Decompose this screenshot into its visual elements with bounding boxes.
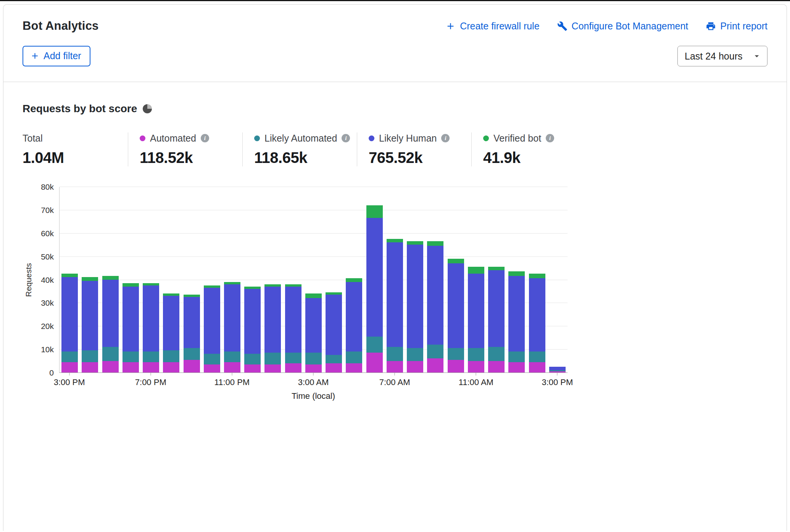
bar-segment-verified-bot xyxy=(366,205,383,218)
bar[interactable] xyxy=(82,277,98,372)
stat-value: 118.52k xyxy=(140,149,242,166)
bar-segment-likely-automated xyxy=(366,337,383,353)
bar-segment-likely-human xyxy=(285,287,301,353)
x-tick-mark xyxy=(557,373,558,376)
bars xyxy=(60,187,568,372)
y-tick-label: 30k xyxy=(41,298,54,308)
printer-icon xyxy=(706,21,716,31)
requests-by-bot-score-chart: Requests 010k20k30k40k50k60k70k80k 3:00 … xyxy=(23,187,767,401)
stat-label: Likely Human xyxy=(379,133,437,144)
bar[interactable] xyxy=(468,267,484,372)
y-axis-labels: 010k20k30k40k50k60k70k80k xyxy=(35,187,59,373)
y-tick-label: 60k xyxy=(41,229,54,238)
x-tick-label: 11:00 PM xyxy=(214,377,250,387)
section-heading: Requests by bot score xyxy=(23,103,767,115)
bar-segment-automated xyxy=(387,361,403,372)
bar[interactable] xyxy=(508,271,525,372)
bar-segment-likely-human xyxy=(163,296,179,350)
legend-dot-likely-automated xyxy=(254,135,260,141)
bar[interactable] xyxy=(346,278,362,372)
bar-segment-automated xyxy=(224,362,240,372)
bar[interactable] xyxy=(529,274,545,372)
y-axis-title: Requests xyxy=(23,187,35,373)
x-tick-label: 3:00 AM xyxy=(298,377,329,387)
bar-segment-automated xyxy=(468,361,484,372)
bar[interactable] xyxy=(61,274,78,372)
create-firewall-rule-link[interactable]: Create firewall rule xyxy=(445,21,539,32)
bar[interactable] xyxy=(264,284,281,372)
add-filter-button[interactable]: Add filter xyxy=(23,46,90,66)
bar-segment-likely-human xyxy=(123,287,139,351)
action-label: Print report xyxy=(720,21,767,32)
bar-segment-likely-automated xyxy=(529,351,545,362)
bar-segment-automated xyxy=(529,362,545,372)
bar[interactable] xyxy=(448,259,464,372)
bar-segment-verified-bot xyxy=(468,267,484,274)
bar-segment-verified-bot xyxy=(508,271,525,276)
print-report-link[interactable]: Print report xyxy=(706,21,767,32)
bar-segment-automated xyxy=(244,364,261,372)
bar-segment-automated xyxy=(264,364,281,372)
bar[interactable] xyxy=(407,241,423,372)
info-icon[interactable] xyxy=(546,134,554,142)
stats-row: Total 1.04M Automated 118.52k Likely Aut… xyxy=(23,132,767,166)
bar-segment-likely-human xyxy=(508,276,525,351)
stat-value: 41.9k xyxy=(483,149,586,166)
bar-segment-likely-automated xyxy=(224,351,240,362)
info-icon[interactable] xyxy=(201,134,209,142)
bar-segment-likely-human xyxy=(468,274,484,348)
stat-verified-bot: Verified bot 41.9k xyxy=(471,132,586,166)
bar-segment-likely-automated xyxy=(102,347,119,361)
bar[interactable] xyxy=(163,293,179,372)
stat-label: Total xyxy=(23,133,43,144)
bar-segment-automated xyxy=(346,363,362,372)
bar-segment-likely-human xyxy=(366,218,383,336)
bar[interactable] xyxy=(143,283,159,372)
bar[interactable] xyxy=(387,239,403,372)
stat-label: Verified bot xyxy=(493,133,541,144)
stat-label: Likely Automated xyxy=(264,133,337,144)
y-tick-label: 50k xyxy=(41,252,54,261)
bar[interactable] xyxy=(244,287,261,372)
bar[interactable] xyxy=(184,295,200,372)
time-range-select[interactable]: Last 24 hours xyxy=(677,46,767,66)
bar[interactable] xyxy=(549,367,566,372)
y-tick-label: 40k xyxy=(41,276,54,285)
stat-value: 1.04M xyxy=(23,149,128,166)
bar-segment-likely-human xyxy=(184,297,200,348)
bar[interactable] xyxy=(102,276,119,372)
y-tick-label: 20k xyxy=(41,322,54,331)
bar-segment-likely-human xyxy=(61,277,78,351)
bar[interactable] xyxy=(366,205,383,372)
bar-segment-likely-human xyxy=(244,289,261,354)
filter-row: Add filter Last 24 hours xyxy=(23,46,767,66)
legend-dot-verified-bot xyxy=(483,135,489,141)
info-icon[interactable] xyxy=(441,134,450,142)
bar-segment-likely-automated xyxy=(244,354,261,364)
bar-segment-automated xyxy=(448,360,464,372)
bar[interactable] xyxy=(123,283,139,372)
card-header: Bot Analytics Create firewall rule Confi… xyxy=(3,5,787,82)
bar[interactable] xyxy=(305,293,322,372)
y-tick-label: 70k xyxy=(41,206,54,215)
bar-segment-verified-bot xyxy=(407,241,423,245)
bar[interactable] xyxy=(427,241,443,372)
bar[interactable] xyxy=(224,282,240,372)
bar-segment-verified-bot xyxy=(448,259,464,263)
configure-bot-management-link[interactable]: Configure Bot Management xyxy=(557,21,688,32)
stat-likely-human: Likely Human 765.52k xyxy=(357,132,471,166)
bar[interactable] xyxy=(285,284,301,372)
bar[interactable] xyxy=(204,285,220,372)
bar-segment-likely-automated xyxy=(326,355,342,363)
bar-segment-likely-human xyxy=(102,280,119,347)
bar[interactable] xyxy=(488,267,505,372)
bar-segment-verified-bot xyxy=(529,274,545,278)
bar-segment-likely-human xyxy=(427,246,443,345)
bar-segment-likely-automated xyxy=(387,347,403,361)
bar[interactable] xyxy=(326,292,342,372)
bar-segment-automated xyxy=(163,362,179,372)
x-tick-mark xyxy=(476,373,476,376)
y-tick-label: 80k xyxy=(41,182,54,192)
info-icon[interactable] xyxy=(342,134,350,142)
x-tick-mark xyxy=(313,373,314,376)
